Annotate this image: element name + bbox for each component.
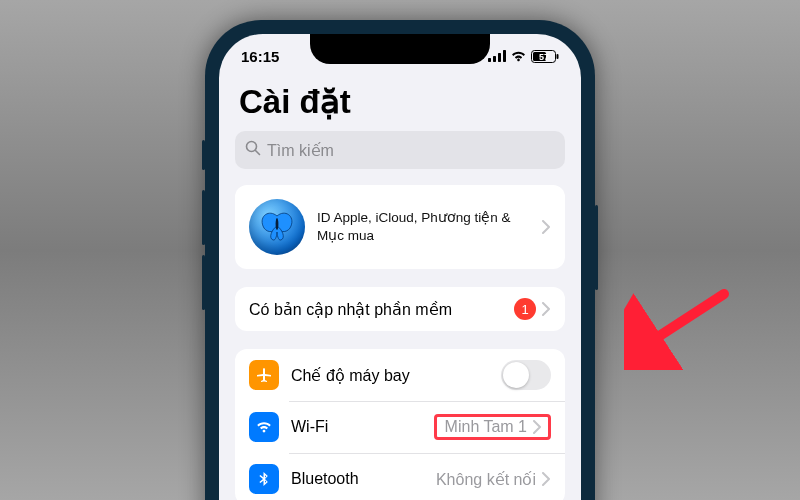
wifi-icon <box>510 50 527 62</box>
software-update-group: Có bản cập nhật phần mềm 1 <box>235 287 565 331</box>
wifi-row[interactable]: Wi-Fi Minh Tam 1 <box>235 401 565 453</box>
svg-rect-2 <box>493 56 496 62</box>
svg-rect-7 <box>557 54 559 59</box>
bluetooth-label: Bluetooth <box>291 470 436 488</box>
apple-id-row[interactable]: ID Apple, iCloud, Phương tiện & Mục mua <box>235 185 565 269</box>
search-placeholder: Tìm kiếm <box>267 141 334 160</box>
search-icon <box>245 140 261 160</box>
bluetooth-detail: Không kết nối <box>436 470 536 489</box>
svg-rect-3 <box>498 53 501 62</box>
chevron-right-icon <box>542 302 551 316</box>
bluetooth-icon <box>249 464 279 494</box>
svg-rect-1 <box>488 58 491 62</box>
battery-icon: 57 <box>531 50 559 63</box>
chevron-right-icon <box>542 472 551 486</box>
wifi-detail: Minh Tam 1 <box>445 418 527 436</box>
wifi-highlight-annotation: Minh Tam 1 <box>434 414 551 440</box>
svg-line-9 <box>256 151 260 155</box>
search-input[interactable]: Tìm kiếm <box>235 131 565 169</box>
status-time: 16:15 <box>241 48 279 65</box>
butterfly-icon <box>259 212 295 242</box>
phone-frame: 16:15 57 Cài đặt Tìm kiếm <box>205 20 595 500</box>
software-update-row[interactable]: Có bản cập nhật phần mềm 1 <box>235 287 565 331</box>
wifi-settings-icon <box>249 412 279 442</box>
update-badge: 1 <box>514 298 536 320</box>
chevron-right-icon <box>542 220 551 234</box>
screen: 16:15 57 Cài đặt Tìm kiếm <box>219 34 581 500</box>
wifi-label: Wi-Fi <box>291 418 434 436</box>
apple-id-subtitle: ID Apple, iCloud, Phương tiện & Mục mua <box>317 209 536 245</box>
airplane-mode-row[interactable]: Chế độ máy bay <box>235 349 565 401</box>
cellular-icon <box>488 50 506 62</box>
chevron-right-icon <box>533 420 542 434</box>
svg-point-10 <box>276 218 279 230</box>
notch <box>310 34 490 64</box>
svg-rect-4 <box>503 50 506 62</box>
airplane-toggle[interactable] <box>501 360 551 390</box>
avatar <box>249 199 305 255</box>
airplane-mode-label: Chế độ máy bay <box>291 366 501 385</box>
connectivity-group: Chế độ máy bay Wi-Fi Minh Tam 1 <box>235 349 565 500</box>
arrow-annotation <box>624 280 734 370</box>
airplane-icon <box>249 360 279 390</box>
battery-text: 57 <box>539 51 549 61</box>
bluetooth-row[interactable]: Bluetooth Không kết nối <box>235 453 565 500</box>
apple-id-group: ID Apple, iCloud, Phương tiện & Mục mua <box>235 185 565 269</box>
page-title: Cài đặt <box>239 82 561 121</box>
software-update-label: Có bản cập nhật phần mềm <box>249 300 514 319</box>
